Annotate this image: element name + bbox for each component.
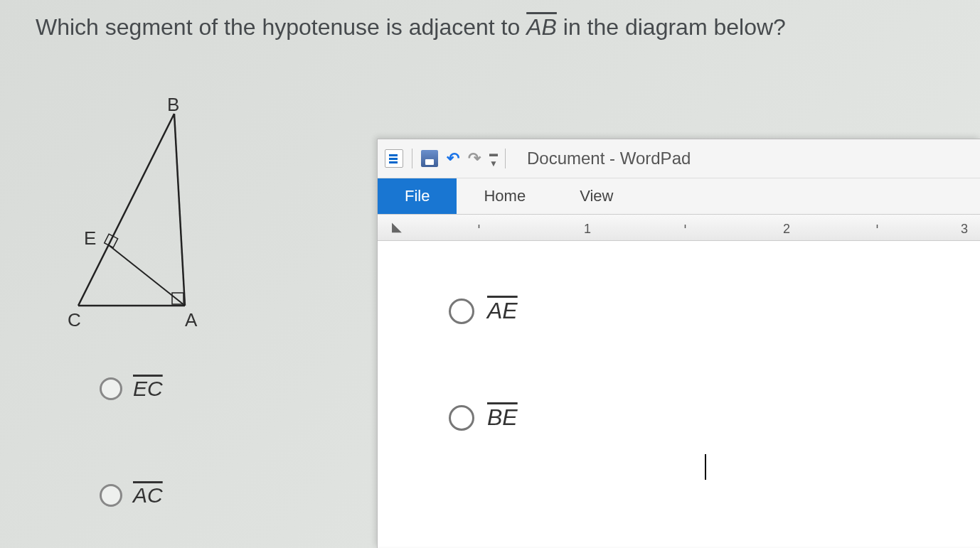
wordpad-titlebar[interactable]: ↶ ↷ ▬▼ Document - WordPad — [378, 139, 980, 178]
vertex-E: E — [84, 227, 96, 249]
radio-icon — [449, 405, 474, 431]
tab-home[interactable]: Home — [457, 178, 553, 214]
option-AC[interactable]: AC — [100, 483, 163, 507]
question-text: Which segment of the hypotenuse is adjac… — [36, 14, 786, 41]
option-BE[interactable]: BE — [449, 404, 518, 431]
option-label: AC — [133, 483, 163, 507]
window-title: Document - WordPad — [527, 149, 691, 168]
svg-line-2 — [78, 114, 174, 306]
ruler-number: 2 — [783, 222, 790, 237]
svg-line-1 — [174, 114, 185, 306]
ribbon-tabs: File Home View — [378, 178, 980, 214]
redo-icon[interactable]: ↷ — [468, 149, 481, 168]
option-label: BE — [487, 404, 518, 431]
question-suffix: in the diagram below? — [563, 14, 786, 40]
wordpad-window: ↶ ↷ ▬▼ Document - WordPad File Home View… — [377, 139, 980, 548]
radio-icon — [449, 299, 474, 324]
question-segment: AB — [526, 14, 557, 40]
wordpad-app-icon — [385, 149, 403, 168]
vertex-C: C — [68, 309, 81, 331]
triangle-diagram: B E C A — [64, 100, 235, 327]
vertex-A: A — [185, 309, 197, 331]
option-label: EC — [133, 377, 163, 401]
wordpad-document-area[interactable]: AE BE — [378, 241, 980, 547]
text-cursor — [705, 454, 706, 480]
svg-line-3 — [109, 245, 185, 306]
option-label: AE — [487, 298, 518, 324]
tab-file[interactable]: File — [378, 178, 457, 214]
ruler-tick: ꞌ — [683, 222, 687, 237]
option-AE[interactable]: AE — [449, 298, 518, 324]
question-prefix: Which segment of the hypotenuse is adjac… — [36, 14, 526, 40]
triangle-svg — [64, 100, 235, 327]
radio-icon — [100, 484, 122, 507]
ruler-tick: ꞌ — [875, 222, 879, 237]
ruler-number: 1 — [584, 222, 591, 237]
ruler-number: 3 — [961, 222, 968, 237]
radio-icon — [100, 377, 122, 400]
vertex-B: B — [167, 94, 179, 116]
indent-marker-icon[interactable]: ◣ — [392, 219, 402, 235]
separator — [412, 149, 412, 168]
separator — [505, 149, 506, 168]
tab-view[interactable]: View — [553, 178, 640, 214]
ruler[interactable]: ◣ ꞌ 1 ꞌ 2 ꞌ 3 — [378, 214, 980, 241]
qat-dropdown-icon[interactable]: ▬▼ — [489, 149, 496, 168]
undo-icon[interactable]: ↶ — [447, 149, 459, 168]
save-icon[interactable] — [421, 150, 438, 167]
option-EC[interactable]: EC — [100, 377, 163, 401]
ruler-tick: ꞌ — [477, 222, 481, 237]
